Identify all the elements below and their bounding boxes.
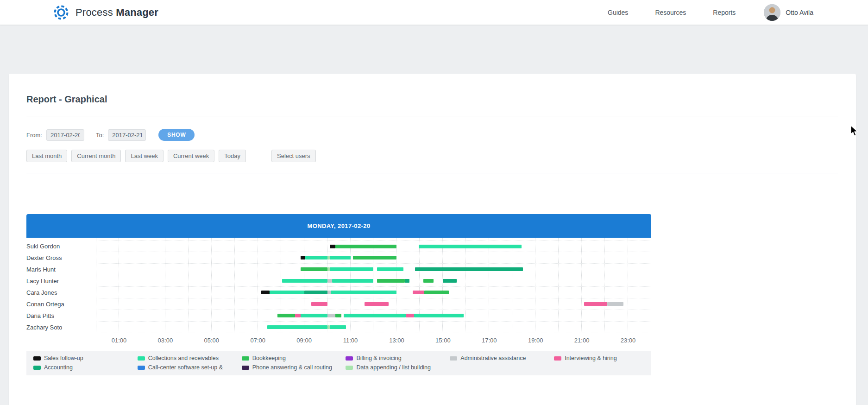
row-label: Lacy Hunter [26, 278, 96, 285]
task-bar-collections[interactable] [301, 314, 327, 317]
task-bar-admin[interactable] [327, 279, 332, 283]
legend-item-collections: Collections and receivables [131, 355, 235, 361]
nav-link-reports[interactable]: Reports [713, 9, 736, 16]
quick-filter-last-week[interactable]: Last week [125, 150, 164, 162]
task-bar-collections[interactable] [414, 314, 464, 317]
quick-filter-today[interactable]: Today [219, 150, 246, 162]
gantt-row: Maris Hunt [26, 264, 651, 275]
task-bar-collections[interactable] [332, 279, 374, 283]
time-tick: 15:00 [435, 337, 451, 344]
task-bar-interviewing[interactable] [413, 291, 424, 294]
task-bar-accounting[interactable] [415, 267, 522, 271]
divider-bottom [26, 173, 838, 173]
task-bar-bookkeeping[interactable] [277, 314, 295, 317]
legend-label: Billing & invoicing [356, 355, 401, 361]
row-label: Dexter Gross [26, 254, 96, 261]
task-bar-collections[interactable] [270, 291, 304, 294]
task-bar-bookkeeping[interactable] [353, 256, 397, 259]
gantt-track [96, 264, 651, 275]
task-bar-bookkeeping[interactable] [423, 279, 434, 283]
task-bar-collections[interactable] [305, 256, 327, 259]
gantt-track [96, 275, 651, 287]
time-tick: 21:00 [574, 337, 590, 344]
legend-item-sales: Sales follow-up [26, 355, 131, 361]
navbar-right: GuidesResourcesReports Otto Avila [594, 4, 813, 21]
task-bar-accounting[interactable] [405, 279, 409, 283]
task-bar-interviewing[interactable] [295, 314, 301, 317]
task-bar-admin[interactable] [327, 314, 335, 317]
task-bar-collections[interactable] [267, 325, 327, 329]
show-button[interactable]: SHOW [158, 129, 195, 141]
report-card: Report - Graphical From: To: SHOW Last m… [9, 74, 856, 405]
legend-label: Accounting [44, 364, 73, 371]
quick-filter-current-week[interactable]: Current week [168, 150, 214, 162]
nav-link-resources[interactable]: Resources [655, 9, 686, 16]
time-tick: 17:00 [482, 337, 497, 344]
task-bar-bookkeeping[interactable] [377, 279, 405, 283]
legend-swatch-accounting [33, 366, 41, 370]
task-bar-collections[interactable] [330, 325, 346, 329]
legend-item-data: Data appending / list building [339, 364, 443, 371]
user-menu[interactable]: Otto Avila [764, 4, 813, 21]
task-bar-bookkeeping[interactable] [301, 267, 327, 271]
task-bar-accounting[interactable] [304, 291, 327, 294]
gantt-track [96, 322, 651, 333]
legend-swatch-interviewing [554, 356, 561, 361]
from-date-input[interactable] [46, 129, 84, 141]
task-bar-bookkeeping[interactable] [335, 314, 341, 317]
time-tick: 19:00 [528, 337, 543, 344]
gantt-rows: Suki GordonDexter GrossMaris HuntLacy Hu… [26, 240, 651, 333]
task-bar-collections[interactable] [282, 279, 327, 283]
row-label: Maris Hunt [26, 266, 96, 273]
task-bar-admin[interactable] [607, 302, 623, 306]
quick-filter-last-month[interactable]: Last month [26, 150, 67, 162]
task-bar-collections[interactable] [419, 245, 522, 248]
task-bar-interviewing[interactable] [311, 302, 327, 306]
legend-label: Interviewing & hiring [565, 355, 617, 361]
nav-link-guides[interactable]: Guides [608, 9, 628, 16]
task-bar-collections[interactable] [330, 267, 374, 271]
legend-label: Call-center software set-up & [148, 364, 223, 371]
task-bar-sales[interactable] [301, 256, 305, 259]
legend-item-billing: Billing & invoicing [339, 355, 443, 361]
task-bar-sales[interactable] [330, 245, 335, 248]
gantt-track [96, 298, 651, 310]
gantt-row: Lacy Hunter [26, 275, 651, 287]
gantt-body: Suki GordonDexter GrossMaris HuntLacy Hu… [26, 238, 651, 333]
legend-swatch-sales [33, 356, 41, 361]
user-name: Otto Avila [786, 9, 813, 16]
quick-filter-current-month[interactable]: Current month [71, 150, 121, 162]
quick-filter-bar: Last monthCurrent monthLast weekCurrent … [26, 150, 838, 162]
task-bar-collections[interactable] [344, 314, 406, 317]
legend-swatch-billing [346, 356, 353, 361]
from-label: From: [26, 132, 42, 139]
gantt-track [96, 252, 651, 264]
row-label: Conan Ortega [26, 301, 96, 308]
task-bar-accounting[interactable] [443, 279, 457, 283]
legend-swatch-bookkeeping [242, 356, 249, 361]
gantt-row: Zachary Soto [26, 322, 651, 333]
task-bar-sales[interactable] [261, 291, 269, 294]
legend: Sales follow-upCollections and receivabl… [26, 351, 651, 375]
task-bar-interviewing[interactable] [365, 302, 389, 306]
task-bar-collections[interactable] [377, 267, 403, 271]
time-tick: 11:00 [343, 337, 358, 344]
brand[interactable]: Process Manager [52, 3, 158, 22]
task-bar-interviewing[interactable] [584, 302, 607, 306]
to-label: To: [96, 132, 104, 139]
time-tick: 23:00 [621, 337, 636, 344]
legend-swatch-admin [450, 356, 457, 361]
task-bar-interviewing[interactable] [406, 314, 414, 317]
task-bar-collections[interactable] [330, 256, 351, 259]
legend-label: Phone answering & call routing [252, 364, 332, 371]
task-bar-collections[interactable] [331, 291, 396, 294]
task-bar-bookkeeping[interactable] [335, 245, 396, 248]
legend-item-interviewing: Interviewing & hiring [547, 355, 651, 361]
legend-label: Administrative assistance [460, 355, 526, 361]
task-bar-bookkeeping[interactable] [424, 291, 448, 294]
task-bar-admin[interactable] [327, 291, 331, 294]
select-users-button[interactable]: Select users [271, 150, 316, 162]
navbar: Process Manager GuidesResourcesReports O… [0, 0, 868, 25]
gantt-row: Dexter Gross [26, 252, 651, 264]
to-date-input[interactable] [108, 129, 146, 141]
